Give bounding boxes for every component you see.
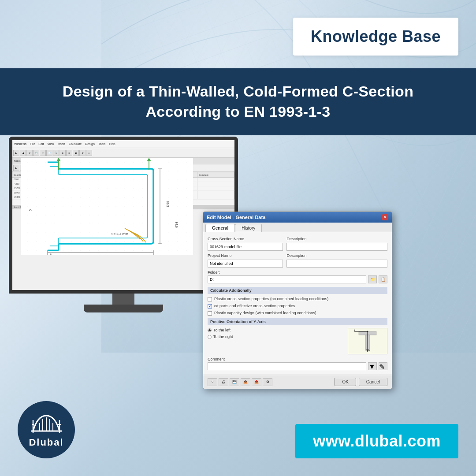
menu-view: View [47,142,54,145]
footer-icon-group: ? 🖨 💾 📤 📥 ⚙ [208,378,272,386]
footer-print-btn[interactable]: 🖨 [219,378,228,386]
checkbox-1[interactable] [208,297,212,301]
dlubal-name: Dlubal [29,437,63,448]
svg-rect-10 [23,158,191,255]
cancel-button[interactable]: Cancel [359,378,387,386]
svg-text:Z: Z [368,350,371,353]
svg-text:84.9: 84.9 [175,222,178,228]
dialog-close-button[interactable]: ✕ [382,214,388,220]
title-banner: Design of a Thin-Walled, Cold-Formed C-S… [0,68,476,135]
menu-edit: Edit [38,142,44,145]
svg-text:z: z [50,252,52,255]
tab-general[interactable]: General [205,224,235,232]
radio-left-label: To the left [213,328,231,332]
footer-import-btn[interactable]: 📥 [252,378,261,386]
radio-row-2: To the right [208,335,343,339]
toolbar-btn-7[interactable]: 🔍 [53,150,59,156]
monitor-stand-neck [112,294,134,305]
checkbox-row-1: Plastic cross-section properties (no com… [208,297,387,301]
csection-drawing: t = 3,4 mm y z 89.3 84.9 [21,158,193,255]
cross-section-name-input[interactable] [208,243,283,251]
orientation-section-header: Positive Orientation of Y-Axis [208,318,387,325]
article-title: Design of a Thin-Walled, Cold-Formed C-S… [22,82,454,122]
ok-button[interactable]: OK [335,378,356,386]
footer-action-buttons: OK Cancel [335,378,387,386]
project-name-input[interactable] [208,260,283,268]
folder-browse-btn-1[interactable]: 📁 [368,275,377,283]
footer-save-btn[interactable]: 💾 [230,378,239,386]
footer-export-btn[interactable]: 📤 [241,378,250,386]
edit-model-dialog: Edit Model - General Data ✕ General Hist… [203,212,392,389]
folder-input[interactable] [208,275,366,283]
checkbox-3[interactable] [208,311,212,316]
software-menubar: Winkelss File Edit View Insert Calculate… [12,140,234,148]
toolbar-btn-9[interactable]: ⊖ [66,150,72,156]
folder-browse-btn-2[interactable]: 📋 [379,275,387,283]
toolbar-btn-6[interactable]: 📄 [46,150,52,156]
radio-left[interactable] [208,328,212,332]
comment-edit-btn[interactable]: ✎ [379,362,387,370]
description-input-2[interactable] [286,260,387,268]
toolbar-btn-8[interactable]: ⊕ [60,150,66,156]
folder-row: 📁 📋 [208,275,387,283]
monitor-stand-base [84,305,163,312]
toolbar-btn-11[interactable]: ∇ [79,150,86,156]
toolbar-btn-12[interactable]: △ [86,150,92,156]
knowledge-base-title: Knowledge Base [311,27,441,45]
svg-text:y: y [28,209,32,211]
project-name-label: Project Name [208,253,283,258]
tab-history[interactable]: History [235,224,262,232]
dialog-footer: ? 🖨 💾 📤 📥 ⚙ OK Cancel [203,375,392,389]
menu-design: Design [85,142,95,145]
toolbar-btn-4[interactable]: 📋 [33,150,39,156]
footer-settings-btn[interactable]: ⚙ [263,378,272,386]
menu-help: Help [109,142,115,145]
dialog-body: Cross-Section Name Description Project N… [203,232,392,375]
checkbox-row-2: ✓ c/t parts and effective cross-section … [208,304,387,309]
menu-tools: Tools [98,142,105,145]
tb2-btn-1[interactable]: ▶ [13,165,19,171]
knowledge-base-box: Knowledge Base [293,18,458,56]
calculate-section-header: Calculate Additionally [208,287,387,294]
website-banner[interactable]: www.dlubal.com [295,424,458,458]
menu-calculate: Calculate [69,142,82,145]
folder-label: Folder: [208,270,387,275]
description-label-2: Description [286,253,387,258]
comment-row: ▼ ✎ [208,362,387,370]
dialog-tab-bar: General History [203,223,392,232]
software-toolbar: ▶ ◀ ↺ 📋 ✂ 📄 🔍 ⊕ ⊖ ▣ ∇ △ [12,148,234,158]
menu-file: File [30,142,35,145]
software-ui: Winkelss File Edit View Insert Calculate… [12,140,234,290]
toolbar-btn-1[interactable]: ▶ [13,150,19,156]
dlubal-logo-area: Dlubal [18,401,75,458]
footer-help-btn[interactable]: ? [208,378,217,386]
comment-input[interactable] [208,362,366,370]
menu-insert: Insert [57,142,65,145]
toolbar-btn-10[interactable]: ▣ [73,150,79,156]
radio-right-label: To the right [213,335,233,339]
folder-group: Folder: 📁 📋 [208,270,387,283]
checkbox-label-3: Plastic capacity design (with combined l… [214,311,316,316]
dialog-titlebar: Edit Model - General Data ✕ [203,212,392,223]
col-comment: Comment [197,172,234,177]
toolbar-icons: ▶ ◀ ↺ 📋 ✂ 📄 🔍 ⊕ ⊖ ▣ ∇ △ [13,150,92,156]
description-input-1[interactable] [286,243,387,251]
orientation-diagram: Y Z [348,328,387,354]
svg-text:89.3: 89.3 [166,201,169,207]
radio-right[interactable] [208,335,212,339]
toolbar-btn-5[interactable]: ✂ [40,150,46,156]
svg-point-41 [367,331,368,332]
comment-btn[interactable]: ▼ [368,362,377,370]
toolbar-btn-2[interactable]: ◀ [20,150,26,156]
checkbox-label-1: Plastic cross-section properties (no com… [214,297,328,301]
csection-canvas: t = 3,4 mm y z 89.3 84.9 [21,158,193,255]
website-url: www.dlubal.com [313,432,441,450]
dialog-title: Edit Model - General Data [207,215,265,220]
dlubal-bridge-icon [29,411,64,435]
checkbox-row-3: Plastic capacity design (with combined l… [208,311,387,316]
project-name-row: Project Name Description [208,253,387,268]
orientation-section: To the left To the right Y [208,328,387,354]
toolbar-btn-3[interactable]: ↺ [26,150,33,156]
radio-row-1: To the left [208,328,343,332]
checkbox-2[interactable]: ✓ [208,304,212,309]
